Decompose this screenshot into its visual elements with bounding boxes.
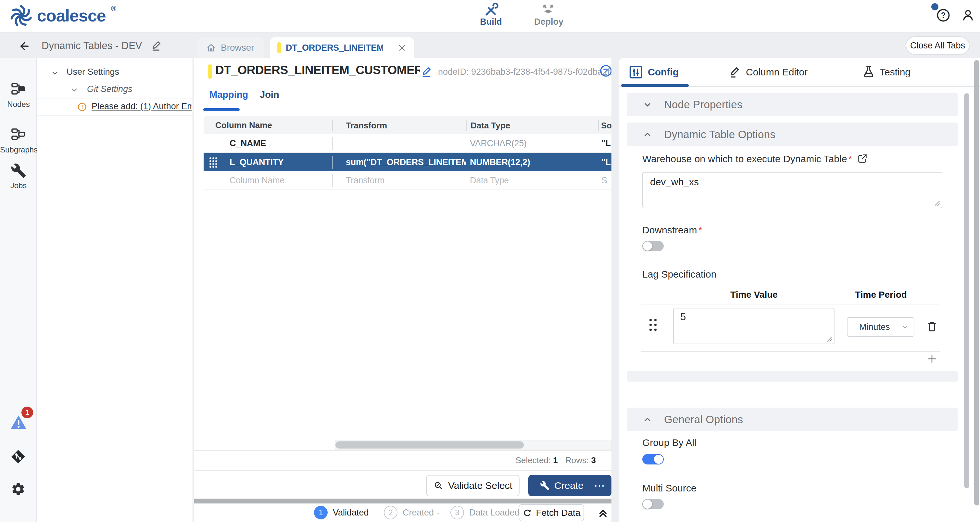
rail-subgraphs-label[interactable]: Subgraphs <box>0 145 37 154</box>
collapse-panel-icon[interactable] <box>597 506 609 519</box>
coalesce-app: coalesce ® Build Deploy ? <box>0 0 980 522</box>
tree-item-git-settings[interactable]: Git Settings <box>37 81 192 99</box>
tab-testing[interactable]: Testing <box>880 67 910 78</box>
cell-data-type[interactable]: VARCHAR(25) <box>466 139 598 148</box>
rail-jobs-label[interactable]: Jobs <box>0 181 37 190</box>
step-2-label: Created <box>402 508 434 518</box>
warehouse-textarea[interactable]: dev_wh_xs <box>642 172 942 208</box>
group-by-all-label: Group By All <box>642 437 697 448</box>
coalesce-logo-text: coalesce <box>37 6 106 26</box>
col-header-data-type[interactable]: Data Type <box>466 120 598 131</box>
validate-select-button[interactable]: Validate Select <box>426 475 520 496</box>
step-3-label: Data Loaded <box>469 508 520 518</box>
table-row-selected[interactable]: L_QUANTITY sum("DT_ORDERS_LINEITEM"."L_Q… <box>204 153 611 171</box>
drag-handle-icon[interactable] <box>210 157 217 168</box>
time-period-header: Time Period <box>840 290 921 300</box>
resize-grip-icon[interactable] <box>826 335 832 342</box>
tab-mapping[interactable]: Mapping <box>210 89 248 100</box>
cell-column-name-placeholder[interactable]: Column Name <box>204 176 332 185</box>
nodes-icon[interactable] <box>11 81 26 97</box>
column-editor-icon <box>729 65 742 79</box>
deploy-icon <box>541 3 555 18</box>
step-1-circle: 1 <box>314 506 328 519</box>
config-tab-underline <box>621 84 689 87</box>
col-header-transform[interactable]: Transform <box>332 120 466 131</box>
registered-mark: ® <box>111 5 116 13</box>
nav-deploy[interactable]: Deploy <box>533 17 565 27</box>
subgraphs-icon[interactable] <box>11 127 26 143</box>
delete-row-icon[interactable] <box>926 319 939 334</box>
external-link-icon[interactable] <box>857 153 868 164</box>
tree-git-settings-label: Git Settings <box>87 84 132 94</box>
workspace-title: Dynamic Tables - DEV <box>41 40 142 52</box>
close-tab-icon[interactable] <box>398 43 406 52</box>
chevron-down-icon <box>642 99 653 110</box>
cell-data-type[interactable]: NUMBER(12,2) <box>466 157 598 168</box>
cell-source-placeholder[interactable]: S <box>598 176 611 185</box>
edit-node-name-icon[interactable] <box>420 65 433 78</box>
table-row[interactable]: C_NAME VARCHAR(25) "L <box>204 134 611 153</box>
cell-transform[interactable] <box>332 137 466 150</box>
config-sliders-icon <box>628 65 643 80</box>
section-dynamic-table-options[interactable]: Dynamic Table Options <box>627 123 958 146</box>
add-lag-row-icon[interactable] <box>926 353 937 364</box>
group-by-all-toggle[interactable] <box>642 454 664 465</box>
horizontal-scrollbar-thumb[interactable] <box>336 441 524 449</box>
cell-source[interactable]: "L <box>598 139 611 148</box>
tree-item-user-settings[interactable]: User Settings <box>37 64 192 81</box>
cell-transform-placeholder[interactable]: Transform <box>332 174 466 187</box>
jobs-icon[interactable] <box>11 163 26 179</box>
downstream-toggle[interactable] <box>642 241 664 251</box>
close-all-tabs-button[interactable]: Close All Tabs <box>906 37 970 54</box>
help-icon[interactable]: ? <box>936 8 951 23</box>
fetch-data-button[interactable]: Fetch Data <box>519 504 584 521</box>
svg-text:?: ? <box>941 11 946 19</box>
horizontal-scrollbar-track[interactable] <box>335 440 611 450</box>
time-period-select[interactable]: Minutes <box>847 317 915 337</box>
page-scrollbar-thumb[interactable] <box>974 60 979 505</box>
col-header-source[interactable]: Source <box>598 120 611 131</box>
create-button[interactable]: Create ⋯ <box>528 475 611 496</box>
resize-grip-icon[interactable] <box>933 199 940 206</box>
tab-column-editor[interactable]: Column Editor <box>746 67 808 78</box>
profile-icon[interactable] <box>961 8 975 23</box>
section-node-properties[interactable]: Node Properties <box>627 93 958 117</box>
tree-item-author-warning[interactable]: Please add: (1) Author Em <box>37 98 192 116</box>
cell-data-type-placeholder[interactable]: Data Type <box>466 176 598 185</box>
chevron-up-icon <box>642 414 653 425</box>
multi-source-label: Multi Source <box>642 483 697 494</box>
back-arrow-icon[interactable] <box>18 40 30 52</box>
drag-handle-icon[interactable] <box>649 319 657 331</box>
chevron-down-icon[interactable] <box>70 85 79 94</box>
downstream-label-text: Downstream <box>642 225 697 235</box>
nav-build[interactable]: Build <box>475 17 507 27</box>
table-row-placeholder[interactable]: Column Name Transform Data Type S <box>204 171 611 190</box>
tab-config[interactable]: Config <box>648 67 679 78</box>
rows-label: Rows: <box>565 455 589 465</box>
selection-status: Selected: 1 Rows: 3 <box>515 455 596 465</box>
node-help-icon[interactable]: ? <box>599 64 611 78</box>
node-status-bar: 1 Validated 2 Created - 3 Data Loaded Fe… <box>194 503 611 522</box>
cell-column-name[interactable]: C_NAME <box>204 139 332 148</box>
panel-resize-handle[interactable] <box>194 499 611 503</box>
cell-transform[interactable]: sum("DT_ORDERS_LINEITEM"."L_QU <box>332 156 466 169</box>
tab-browser[interactable]: Browser <box>198 37 264 58</box>
rail-nodes-label[interactable]: Nodes <box>0 100 37 109</box>
lag-specification-label: Lag Specification <box>642 269 717 280</box>
cell-column-name[interactable]: L_QUANTITY <box>204 157 332 168</box>
cell-source[interactable]: "L <box>598 157 611 168</box>
time-value-textarea[interactable]: 5 <box>673 308 835 344</box>
create-more-icon[interactable]: ⋯ <box>594 479 605 492</box>
settings-gear-icon[interactable] <box>11 482 25 496</box>
section-general-options[interactable]: General Options <box>627 408 958 431</box>
edit-workspace-icon[interactable] <box>150 39 163 52</box>
divider <box>641 351 940 352</box>
col-header-column-name[interactable]: Column Name <box>204 120 332 130</box>
coalesce-logo-icon[interactable] <box>9 4 33 28</box>
git-icon[interactable] <box>11 449 25 464</box>
multi-source-toggle[interactable] <box>642 499 664 509</box>
chevron-down-icon[interactable] <box>50 68 59 77</box>
config-scrollbar-thumb[interactable] <box>964 93 969 488</box>
tab-active-node[interactable]: DT_ORDERS_LINEITEM_C... <box>270 37 414 58</box>
tab-join[interactable]: Join <box>260 89 279 100</box>
